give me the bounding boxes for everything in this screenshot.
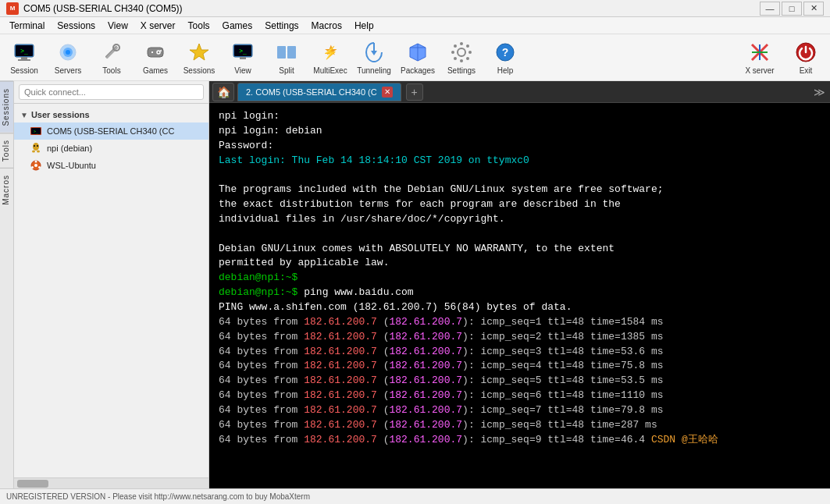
terminal-line-5 [219,168,821,183]
sidebar-scrollbar[interactable] [14,477,208,488]
session-item-npi[interactable]: npi (debian) [14,140,208,157]
close-button[interactable]: ✕ [803,2,824,16]
toolbar-tools-label: Tools [102,66,120,75]
terminal-line-14: PING www.a.shifen.com (182.61.200.7) 56(… [219,300,821,315]
quick-connect [14,81,208,104]
menu-terminal[interactable]: Terminal [3,19,51,33]
toolbar-packages-label: Packages [401,66,435,75]
title-bar: M COM5 (USB-SERIAL CH340 (COM5)) — □ ✕ [0,0,830,17]
toolbar-sessions[interactable]: Sessions [178,37,220,79]
terminal-line-4: Last login: Thu Feb 14 18:14:10 CST 2019… [219,154,821,169]
toolbar-tools[interactable]: Tools [91,37,133,79]
session-item-com5[interactable]: >_ COM5 (USB-SERIAL CH340 (CC [14,122,208,140]
svg-point-53 [37,145,38,147]
terminal-line-20: 64 bytes from 182.61.200.7 (182.61.200.7… [219,389,821,403]
menu-settings[interactable]: Settings [258,19,305,33]
window-title: COM5 (USB-SERIAL CH340 (COM5)) [23,3,183,14]
toolbar-servers[interactable]: Servers [47,37,89,79]
toolbar-settings[interactable]: Settings [440,37,483,79]
toolbar-tunneling[interactable]: Tunneling [353,37,395,79]
svg-point-32 [451,51,454,54]
linux-icon [30,142,42,154]
packages-icon [405,40,430,65]
session-name-npi: npi (debian) [47,144,92,153]
terminal[interactable]: npi login: npi login: debian Password: L… [209,103,830,488]
side-tab-sessions[interactable]: Sessions [0,81,13,133]
toolbar-split[interactable]: Split [265,37,308,79]
session-tree: ▼ User sessions >_ COM5 (USB-SERIAL CH34… [14,104,208,477]
svg-point-52 [34,145,35,147]
menu-macros[interactable]: Macros [305,19,348,33]
side-tab-tools[interactable]: Tools [0,133,13,168]
app-icon: M [6,2,19,15]
svg-rect-9 [105,46,118,59]
terminal-line-23: 64 bytes from 182.61.200.7 (182.61.200.7… [219,433,821,448]
xserver-icon [747,40,772,65]
toolbar-sessions-label: Sessions [183,66,216,75]
terminal-line-8: individual files in /usr/share/doc/*/cop… [219,212,821,227]
menu-help[interactable]: Help [348,19,380,33]
toolbar-games-label: Games [143,66,168,75]
svg-rect-21 [277,46,286,59]
scrollbar-thumb[interactable] [17,480,48,488]
svg-point-51 [37,151,40,153]
status-bar: UNREGISTERED VERSION - Please visit http… [0,488,830,504]
home-button[interactable]: 🏠 [212,83,234,101]
toolbar-help-label: Help [497,66,514,75]
quick-connect-input[interactable] [19,84,204,100]
tree-section-label: User sessions [31,110,90,119]
tools-icon [99,40,124,65]
tab-label: 2. COM5 (USB-SERIAL CH340 (C [246,87,377,97]
svg-point-31 [460,59,463,62]
collapse-icon[interactable]: ▼ [20,111,28,119]
maximize-button[interactable]: □ [782,2,802,16]
terminal-line-13: debian@npi:~$ ping www.baidu.com [219,286,821,300]
toolbar-servers-label: Servers [55,66,81,75]
svg-point-56 [35,161,37,163]
toolbar-session[interactable]: >_ Session [3,37,45,79]
svg-point-33 [468,51,472,54]
servers-icon [55,40,80,65]
terminal-line-16: 64 bytes from 182.61.200.7 (182.61.200.7… [219,330,821,345]
terminal-line-6: The programs included with the Debian GN… [219,183,821,197]
session-item-wsl[interactable]: WSL-Ubuntu [14,157,208,174]
menu-games[interactable]: Games [216,19,259,33]
toolbar-multiexec[interactable]: ⚡ MultiExec [309,37,351,79]
scroll-right-button[interactable]: ≫ [809,86,830,98]
add-tab-button[interactable]: + [406,83,423,101]
tab-close-button[interactable]: ✕ [382,87,393,98]
sidebar: ▼ User sessions >_ COM5 (USB-SERIAL CH34… [14,81,209,488]
svg-rect-22 [287,46,296,59]
svg-point-34 [454,44,457,48]
side-tab-macros[interactable]: Macros [0,168,13,211]
tab-bar: 🏠 2. COM5 (USB-SERIAL CH340 (C ✕ + ≫ [209,81,830,103]
menu-xserver[interactable]: X server [134,19,182,33]
toolbar-games[interactable]: Games [134,37,176,79]
ubuntu-icon [30,159,42,172]
terminal-line-21: 64 bytes from 182.61.200.7 (182.61.200.7… [219,403,821,418]
terminal-line-18: 64 bytes from 182.61.200.7 (182.61.200.7… [219,359,821,374]
status-text: UNREGISTERED VERSION - Please visit http… [6,492,310,501]
menu-view[interactable]: View [102,19,134,33]
svg-point-29 [458,48,465,56]
terminal-line-22: 64 bytes from 182.61.200.7 (182.61.200.7… [219,418,821,433]
menu-tools[interactable]: Tools [182,19,216,33]
toolbar-exit[interactable]: Exit [785,37,827,79]
toolbar-help[interactable]: ? Help [484,37,526,79]
menu-sessions[interactable]: Sessions [51,19,102,33]
minimize-button[interactable]: — [760,2,780,16]
active-tab[interactable]: 2. COM5 (USB-SERIAL CH340 (C ✕ [237,83,401,101]
toolbar-view[interactable]: >_ View [222,37,264,79]
menu-bar: Terminal Sessions View X server Tools Ga… [0,17,830,34]
split-icon [274,40,299,65]
terminal-line-1: npi login: [219,109,821,124]
exit-icon [793,40,818,65]
svg-point-55 [34,164,37,167]
title-bar-left: M COM5 (USB-SERIAL CH340 (COM5)) [6,2,183,15]
tree-section-user-sessions: ▼ User sessions [14,107,208,122]
settings-icon [449,40,474,65]
svg-rect-11 [148,48,163,57]
toolbar-packages[interactable]: Packages [397,37,439,79]
toolbar-xserver[interactable]: X server [736,37,783,79]
sessions-icon [187,40,212,65]
